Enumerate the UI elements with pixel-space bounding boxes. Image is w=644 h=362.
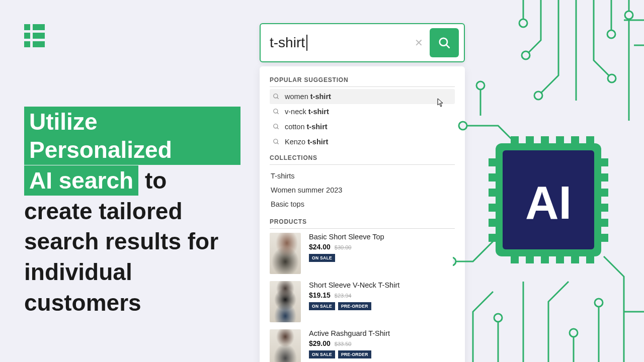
svg-line-5 (277, 113, 279, 114)
marketing-headline: Utilize Personalized AI search to create… (24, 107, 240, 318)
suggestion-item[interactable]: women t-shirt (270, 89, 455, 104)
collection-item[interactable]: Women summer 2023 (270, 183, 455, 197)
product-title: Active Rashguard T-Shirt (309, 329, 390, 337)
product-old-price: $33.50 (335, 341, 352, 347)
collection-item[interactable]: Basic tops (270, 197, 455, 211)
highlight-1: Utilize Personalized (24, 107, 240, 165)
products-list: Basic Short Sleeve Top $24.00 $30.00 ON … (270, 233, 455, 362)
svg-rect-43 (556, 256, 564, 263)
svg-point-16 (476, 81, 485, 89)
product-price: $24.00 (309, 243, 331, 251)
products-header: PRODUCTS (270, 218, 455, 229)
suggestion-item[interactable]: Kenzo t-shirt (270, 134, 455, 149)
popular-suggestion-header: POPULAR SUGGESTION (270, 76, 455, 87)
svg-point-11 (522, 51, 530, 59)
svg-point-12 (534, 92, 542, 100)
svg-rect-33 (601, 234, 608, 242)
svg-rect-46 (496, 143, 601, 256)
close-icon: ✕ (415, 37, 423, 49)
suggestion-text: v-neck t-shirt (285, 108, 329, 116)
svg-rect-40 (511, 256, 519, 263)
svg-line-3 (277, 98, 279, 99)
svg-point-8 (274, 139, 278, 143)
search-icon (438, 36, 451, 49)
suggestion-item[interactable]: v-neck t-shirt (270, 104, 455, 119)
product-info: Short Sleeve V-Neck T-Shirt $19.15 $23.9… (309, 281, 399, 322)
product-title: Short Sleeve V-Neck T-Shirt (309, 281, 399, 289)
product-old-price: $23.94 (335, 293, 352, 299)
svg-rect-22 (489, 158, 496, 166)
text-caret (306, 35, 307, 51)
suggestion-item[interactable]: cotton t-shirt (270, 119, 455, 134)
product-thumbnail (270, 329, 301, 362)
svg-rect-41 (526, 256, 534, 263)
svg-point-2 (274, 94, 278, 98)
product-price: $29.00 (309, 339, 331, 347)
search-dropdown: POPULAR SUGGESTION women t-shirt v-neck … (260, 66, 465, 362)
product-info: Active Rashguard T-Shirt $29.00 $33.50 O… (309, 329, 390, 362)
svg-rect-28 (601, 158, 608, 166)
product-title: Basic Short Sleeve Top (309, 233, 384, 241)
suggestion-text: women t-shirt (285, 93, 331, 101)
product-info: Basic Short Sleeve Top $24.00 $30.00 ON … (309, 233, 384, 274)
product-old-price: $30.00 (335, 244, 352, 250)
product-price: $19.15 (309, 291, 331, 299)
svg-rect-39 (586, 136, 594, 143)
clear-button[interactable]: ✕ (413, 37, 425, 49)
app-logo (24, 24, 45, 45)
svg-line-1 (446, 45, 449, 47)
svg-rect-37 (556, 136, 564, 143)
product-thumbnail (270, 233, 301, 274)
search-input[interactable]: t-shirt (270, 35, 413, 51)
product-tag: ON SALE (309, 254, 335, 262)
product-thumbnail (270, 281, 301, 322)
search-icon (273, 138, 280, 145)
suggestion-text: cotton t-shirt (285, 123, 328, 131)
svg-point-10 (519, 19, 527, 27)
svg-rect-27 (489, 234, 496, 242)
svg-line-9 (277, 143, 279, 144)
svg-rect-36 (541, 136, 549, 143)
search-bar: t-shirt ✕ (260, 23, 465, 62)
search-input-value: t-shirt (270, 35, 305, 51)
search-icon (273, 93, 280, 100)
svg-rect-25 (489, 204, 496, 212)
product-tag: PRE-ORDER (338, 302, 371, 310)
search-icon (273, 123, 280, 130)
svg-point-14 (607, 30, 615, 38)
collections-header: COLLECTIONS (270, 154, 455, 165)
svg-rect-31 (601, 204, 608, 212)
svg-rect-24 (489, 189, 496, 197)
collection-item[interactable]: T-shirts (270, 169, 455, 183)
svg-point-4 (274, 109, 278, 113)
product-tag: ON SALE (309, 350, 335, 358)
svg-rect-42 (541, 256, 549, 263)
svg-rect-34 (511, 136, 519, 143)
svg-point-19 (494, 314, 502, 322)
svg-rect-44 (571, 256, 579, 263)
ai-chip-illustration: AI (453, 0, 644, 362)
product-tag: ON SALE (309, 302, 335, 310)
svg-rect-45 (586, 256, 594, 263)
product-item[interactable]: Basic Short Sleeve Top $24.00 $30.00 ON … (270, 233, 455, 274)
svg-point-20 (570, 329, 578, 337)
svg-line-7 (277, 128, 279, 129)
svg-point-21 (595, 299, 603, 307)
svg-rect-38 (571, 136, 579, 143)
product-item[interactable]: Active Rashguard T-Shirt $29.00 $33.50 O… (270, 329, 455, 362)
chip-label: AI (525, 177, 572, 228)
search-panel: t-shirt ✕ POPULAR SUGGESTION women t-shi… (260, 23, 465, 362)
search-icon (273, 108, 280, 115)
svg-point-13 (608, 74, 616, 82)
svg-rect-29 (601, 173, 608, 182)
svg-rect-35 (526, 136, 534, 143)
suggestion-list: women t-shirt v-neck t-shirt cotton t-sh… (270, 89, 455, 149)
product-item[interactable]: Short Sleeve V-Neck T-Shirt $19.15 $23.9… (270, 281, 455, 322)
search-button[interactable] (430, 28, 459, 57)
svg-rect-26 (489, 219, 496, 227)
highlight-2: AI search (24, 165, 138, 196)
svg-rect-30 (601, 189, 608, 197)
svg-rect-23 (489, 173, 496, 182)
svg-point-15 (625, 11, 633, 19)
suggestion-text: Kenzo t-shirt (285, 138, 328, 146)
